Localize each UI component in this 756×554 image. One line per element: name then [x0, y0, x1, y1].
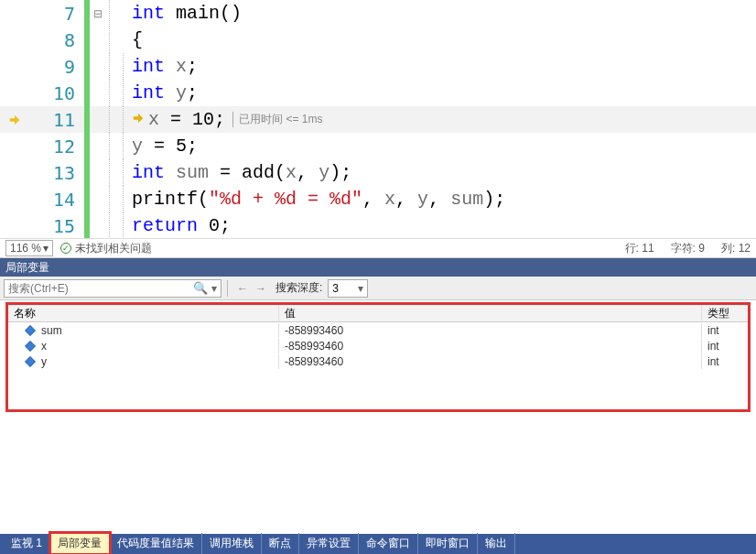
- change-bar: [84, 212, 90, 238]
- locals-panel-title: 局部变量: [0, 258, 756, 277]
- code-text[interactable]: int main(): [132, 3, 242, 24]
- code-text[interactable]: int sum = add(x, y);: [132, 162, 351, 183]
- code-text[interactable]: printf("%d + %d = %d", x, y, sum);: [132, 189, 505, 210]
- code-line[interactable]: 14printf("%d + %d = %d", x, y, sum);: [0, 186, 756, 212]
- locals-toolbar: 🔍 ▾ ← → 搜索深度: 3 ▾: [0, 277, 756, 300]
- col-value-header[interactable]: 值: [279, 305, 702, 321]
- table-header: 名称 值 类型: [8, 305, 748, 322]
- prev-button[interactable]: ←: [233, 279, 252, 298]
- bottom-tab[interactable]: 监视 1: [4, 533, 50, 554]
- search-icon[interactable]: 🔍: [193, 281, 208, 295]
- search-input[interactable]: [8, 282, 189, 295]
- chevron-down-icon: ▾: [43, 242, 49, 255]
- depth-label: 搜索深度:: [275, 280, 322, 296]
- table-row[interactable]: x-858993460int: [8, 338, 748, 353]
- perf-tip: 已用时间 <= 1ms: [232, 112, 322, 127]
- code-line[interactable]: 13int sum = add(x, y);: [0, 159, 756, 186]
- var-name: x: [41, 340, 47, 353]
- var-name: sum: [41, 324, 62, 337]
- code-text[interactable]: {: [132, 29, 143, 50]
- code-line[interactable]: 9int x;: [0, 53, 756, 80]
- bottom-tab[interactable]: 断点: [262, 533, 299, 554]
- variable-icon: [25, 356, 36, 367]
- execution-pointer-icon: [132, 112, 145, 125]
- code-line[interactable]: 10int y;: [0, 80, 756, 106]
- chevron-down-icon[interactable]: ▾: [211, 282, 217, 295]
- fold-toggle-icon[interactable]: ⊟: [92, 7, 104, 20]
- variable-icon: [25, 341, 36, 352]
- depth-selector[interactable]: 3 ▾: [328, 279, 368, 298]
- bottom-tab[interactable]: 局部变量: [50, 533, 110, 554]
- variable-icon: [25, 325, 36, 336]
- line-number: 15: [29, 215, 84, 237]
- depth-value: 3: [332, 282, 339, 295]
- code-text[interactable]: int y;: [132, 82, 198, 103]
- var-value[interactable]: -858993460: [279, 354, 702, 369]
- change-bar: [84, 159, 90, 186]
- locals-table: 名称 值 类型 sum-858993460intx-858993460inty-…: [5, 302, 751, 412]
- zoom-selector[interactable]: 116 % ▾: [5, 240, 53, 256]
- bottom-tab-bar: 监视 1局部变量代码度量值结果调用堆栈断点异常设置命令窗口即时窗口输出: [0, 534, 756, 554]
- bottom-tab[interactable]: 异常设置: [299, 533, 359, 554]
- change-bar: [84, 0, 90, 27]
- change-bar: [84, 53, 90, 80]
- table-row[interactable]: sum-858993460int: [8, 322, 748, 338]
- line-number: 7: [29, 3, 84, 25]
- check-icon: ✓: [60, 243, 71, 254]
- code-text[interactable]: int x;: [132, 56, 198, 77]
- code-line[interactable]: 8{: [0, 27, 756, 53]
- issues-text: 未找到相关问题: [75, 241, 152, 256]
- code-line[interactable]: 15return 0;: [0, 212, 756, 238]
- next-button[interactable]: →: [252, 279, 270, 298]
- search-input-wrap[interactable]: 🔍 ▾: [4, 279, 221, 298]
- var-type: int: [702, 323, 748, 338]
- code-editor[interactable]: 7⊟int main()8{9int x;10int y;11x = 10;已用…: [0, 0, 756, 238]
- col-name-header[interactable]: 名称: [8, 305, 279, 321]
- line-number: 8: [29, 29, 84, 51]
- line-number: 14: [29, 189, 84, 211]
- chevron-down-icon: ▾: [358, 282, 363, 295]
- line-number: 12: [29, 136, 84, 158]
- separator: [227, 280, 228, 297]
- var-value[interactable]: -858993460: [279, 339, 702, 353]
- line-indicator: 行: 11: [625, 241, 654, 256]
- char-indicator: 字符: 9: [671, 241, 705, 256]
- line-number: 9: [29, 56, 84, 78]
- var-type: int: [702, 339, 748, 353]
- zoom-value: 116 %: [10, 242, 41, 255]
- line-number: 13: [29, 162, 84, 184]
- bottom-tab[interactable]: 调用堆栈: [202, 533, 262, 554]
- status-bar: 116 % ▾ ✓ 未找到相关问题 行: 11 字符: 9 列: 12: [0, 238, 756, 258]
- change-bar: [84, 186, 90, 212]
- bottom-tab[interactable]: 即时窗口: [418, 533, 478, 554]
- code-line[interactable]: 7⊟int main(): [0, 0, 756, 27]
- code-text[interactable]: return 0;: [132, 215, 231, 236]
- code-text[interactable]: x = 10;: [148, 109, 225, 130]
- line-number: 11: [29, 109, 84, 131]
- var-value[interactable]: -858993460: [279, 323, 702, 338]
- col-indicator: 列: 12: [721, 241, 751, 256]
- bottom-tab[interactable]: 输出: [478, 533, 515, 554]
- var-type: int: [702, 354, 748, 369]
- change-bar: [84, 106, 90, 133]
- code-line[interactable]: 12y = 5;: [0, 133, 756, 159]
- bottom-tab[interactable]: 代码度量值结果: [110, 533, 202, 554]
- change-bar: [84, 27, 90, 53]
- col-type-header[interactable]: 类型: [702, 305, 748, 321]
- change-bar: [84, 80, 90, 106]
- code-text[interactable]: y = 5;: [132, 136, 198, 157]
- line-number: 10: [29, 82, 84, 104]
- change-bar: [84, 133, 90, 159]
- table-row[interactable]: y-858993460int: [8, 353, 748, 369]
- code-line[interactable]: 11x = 10;已用时间 <= 1ms: [0, 106, 756, 133]
- current-line-arrow-icon: [8, 114, 21, 126]
- bottom-tab[interactable]: 命令窗口: [359, 533, 418, 554]
- var-name: y: [41, 355, 47, 368]
